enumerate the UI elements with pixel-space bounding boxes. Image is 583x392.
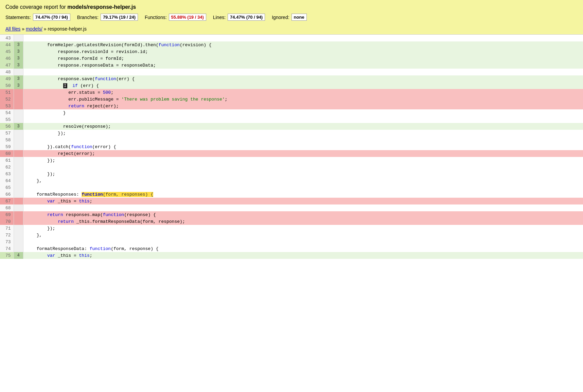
code-line: return _this.formatResponseData(form, re… xyxy=(23,218,583,225)
hit-count xyxy=(14,245,23,252)
line-number: 58 xyxy=(0,137,14,143)
code-line xyxy=(23,204,583,211)
line-number: 51 xyxy=(0,89,14,96)
hit-count xyxy=(14,130,23,137)
code-line: var _this = this; xyxy=(23,198,583,204)
code-line: formatResponses: function(form, response… xyxy=(23,191,583,198)
hit-count xyxy=(14,171,23,177)
code-line xyxy=(23,35,583,41)
table-row: 68 xyxy=(0,204,583,211)
line-number: 64 xyxy=(0,177,14,184)
table-row: 43 xyxy=(0,35,583,41)
table-row: 45 3 response.revisionId = revision.id; xyxy=(0,48,583,55)
table-row: 64 }, xyxy=(0,177,583,184)
line-number: 65 xyxy=(0,184,14,191)
hit-count xyxy=(14,238,23,245)
line-number: 74 xyxy=(0,245,14,252)
table-row: 66 formatResponses: function(form, respo… xyxy=(0,191,583,198)
table-row: 74 formatResponseData: function(form, re… xyxy=(0,245,583,252)
breadcrumb-all-files[interactable]: All files xyxy=(5,26,20,32)
stats-row: Statements: 74.47% (70 / 94) Branches: 7… xyxy=(5,14,578,21)
table-row: 47 3 response.responseData = responseDat… xyxy=(0,62,583,69)
table-row: 72 }, xyxy=(0,232,583,238)
line-number: 43 xyxy=(0,35,14,41)
stat-ignored: Ignored: none xyxy=(272,14,306,21)
code-line: err.publicMessage = 'There was problem s… xyxy=(23,96,583,103)
code-line: }); xyxy=(23,225,583,232)
code-line: var _this = this; xyxy=(23,252,583,259)
lines-badge: 74.47% (70 / 94) xyxy=(228,14,265,21)
line-number: 62 xyxy=(0,164,14,171)
table-row: 53 return reject(err); xyxy=(0,103,583,109)
line-number: 59 xyxy=(0,143,14,150)
line-number: 46 xyxy=(0,55,14,62)
code-line xyxy=(23,137,583,143)
hit-count xyxy=(14,137,23,143)
table-row: 48 xyxy=(0,69,583,75)
code-line: response.formId = formId; xyxy=(23,55,583,62)
line-number: 68 xyxy=(0,204,14,211)
line-number: 75 xyxy=(0,252,14,259)
hit-count: 3 xyxy=(14,82,23,89)
stat-lines: Lines: 74.47% (70 / 94) xyxy=(213,14,265,21)
hit-count xyxy=(14,177,23,184)
line-number: 71 xyxy=(0,225,14,232)
line-number: 49 xyxy=(0,75,14,82)
table-row: 57 }); xyxy=(0,130,583,137)
code-area: 43 44 3 formHelper.getLatestRevision(for… xyxy=(0,35,583,259)
stat-functions: Functions: 55.88% (19 / 34) xyxy=(145,14,206,21)
code-line: response.responseData = responseData; xyxy=(23,62,583,69)
table-row: 55 xyxy=(0,116,583,123)
hit-count xyxy=(14,143,23,150)
line-number: 67 xyxy=(0,198,14,204)
table-row: 52 err.publicMessage = 'There was proble… xyxy=(0,96,583,103)
line-number: 63 xyxy=(0,171,14,177)
hit-count xyxy=(14,157,23,164)
ignored-badge: none xyxy=(292,14,307,21)
code-line: }); xyxy=(23,157,583,164)
hit-count: 3 xyxy=(14,123,23,130)
table-row: 69 return responses.map(function(respons… xyxy=(0,211,583,218)
line-number: 66 xyxy=(0,191,14,198)
functions-badge: 55.88% (19 / 34) xyxy=(169,14,206,21)
code-line: }); xyxy=(23,171,583,177)
table-row: 51 err.status = 500; xyxy=(0,89,583,96)
hit-count xyxy=(14,184,23,191)
code-line: response.save(function(err) { xyxy=(23,75,583,82)
statements-badge: 74.47% (70 / 94) xyxy=(33,14,70,21)
line-number: 50 xyxy=(0,82,14,89)
table-row: 75 4 var _this = this; xyxy=(0,252,583,259)
table-row: 63 }); xyxy=(0,171,583,177)
hit-count xyxy=(14,232,23,238)
code-line: formatResponseData: function(form, respo… xyxy=(23,245,583,252)
table-row: 61 }); xyxy=(0,157,583,164)
code-line xyxy=(23,238,583,245)
table-row: 70 return _this.formatResponseData(form,… xyxy=(0,218,583,225)
breadcrumb-models[interactable]: models/ xyxy=(26,26,42,32)
table-row: 49 3 response.save(function(err) { xyxy=(0,75,583,82)
hit-count: 3 xyxy=(14,48,23,55)
code-line: formHelper.getLatestRevision(formId).the… xyxy=(23,41,583,48)
hit-count xyxy=(14,69,23,75)
code-line: }).catch(function(error) { xyxy=(23,143,583,150)
code-line: }); xyxy=(23,130,583,137)
line-number: 70 xyxy=(0,218,14,225)
line-number: 56 xyxy=(0,123,14,130)
hit-count xyxy=(14,96,23,103)
hit-count: 3 xyxy=(14,62,23,69)
line-number: 44 xyxy=(0,41,14,48)
code-line: resolve(response); xyxy=(23,123,583,130)
line-number: 54 xyxy=(0,109,14,116)
hit-count xyxy=(14,218,23,225)
table-row: 62 xyxy=(0,164,583,171)
hit-count xyxy=(14,103,23,109)
table-row: 60 reject(error); xyxy=(0,150,583,157)
hit-count: 4 xyxy=(14,252,23,259)
hit-count xyxy=(14,109,23,116)
hit-count xyxy=(14,164,23,171)
line-number: 55 xyxy=(0,116,14,123)
code-line: }, xyxy=(23,232,583,238)
hit-count xyxy=(14,35,23,41)
hit-count xyxy=(14,204,23,211)
page-header: Code coverage report for models/response… xyxy=(0,0,583,35)
